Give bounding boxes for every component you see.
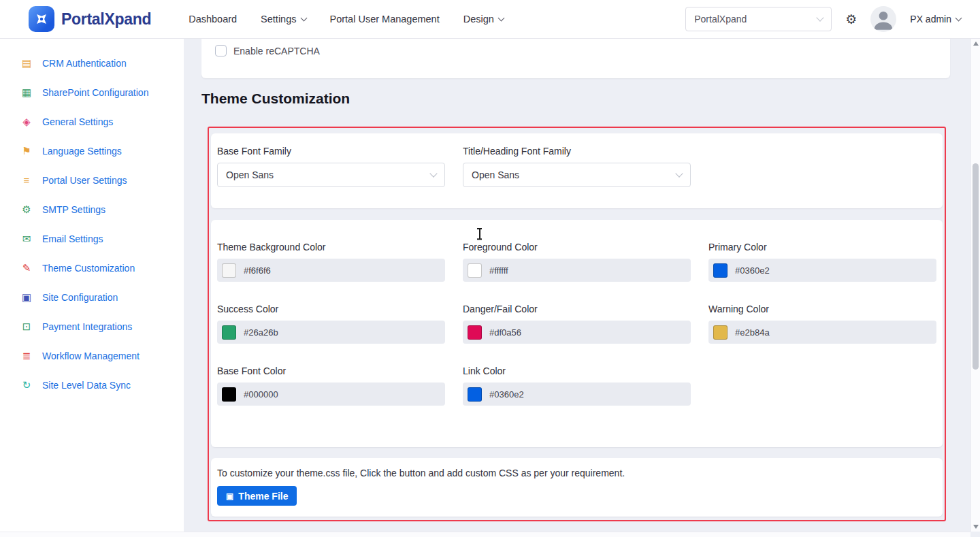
theme-file-note: To customize your theme.css file, Click … — [217, 468, 936, 478]
color-hex-value: #000000 — [244, 389, 278, 400]
primary-color-field: Primary Color #0360e2 — [708, 242, 936, 282]
base-font-family-value: Open Sans — [226, 169, 274, 180]
vertical-scrollbar[interactable] — [970, 39, 980, 532]
sidebar-item-workflow-management[interactable]: ≣ Workflow Management — [0, 341, 184, 370]
base-font-color-field: Base Font Color #000000 — [217, 365, 445, 406]
base-font-family-label: Base Font Family — [217, 146, 445, 157]
brand[interactable]: PortalXpand — [29, 6, 151, 32]
crm-authentication-icon: ▤ — [20, 58, 33, 68]
user-name: PX admin — [910, 14, 951, 25]
base-font-color-input[interactable]: #000000 — [217, 383, 445, 406]
portal-select-value: PortalXpand — [694, 14, 747, 25]
theme-background-color-input[interactable]: #f6f6f6 — [217, 259, 445, 282]
avatar[interactable] — [870, 6, 896, 32]
nav-portal-user-management-label: Portal User Management — [330, 14, 440, 25]
portal-select[interactable]: PortalXpand — [685, 7, 832, 31]
danger-fail-color-field: Danger/Fail Color #df0a56 — [463, 304, 691, 344]
base-font-family-select[interactable]: Open Sans — [217, 163, 445, 187]
vertical-scrollbar-thumb[interactable] — [973, 163, 979, 370]
link-color-field: Link Color #0360e2 — [463, 365, 691, 406]
brand-name: PortalXpand — [61, 10, 151, 29]
site-level-data-sync-icon: ↻ — [20, 380, 33, 390]
color-hex-value: #26a26b — [244, 327, 278, 338]
theme-file-icon: ▣ — [226, 492, 233, 500]
sidebar-item-label: Workflow Management — [42, 351, 140, 361]
sidebar-item-payment-integrations[interactable]: ⊡ Payment Integrations — [0, 312, 184, 341]
workflow-management-icon: ≣ — [20, 351, 33, 361]
sidebar-item-label: General Settings — [42, 116, 113, 127]
recaptcha-card: Enable reCAPTCHA — [201, 39, 950, 78]
sidebar-item-email-settings[interactable]: ✉ Email Settings — [0, 224, 184, 253]
sidebar-item-portal-user-settings[interactable]: ≡ Portal User Settings — [0, 165, 184, 195]
sidebar: ▤ CRM Authentication ▦ SharePoint Config… — [0, 39, 184, 532]
sidebar-item-site-level-data-sync[interactable]: ↻ Site Level Data Sync — [0, 370, 184, 400]
warning-color-input[interactable]: #e2b84a — [708, 321, 936, 344]
primary-color-input[interactable]: #0360e2 — [708, 259, 936, 282]
enable-recaptcha-label: Enable reCAPTCHA — [233, 46, 320, 56]
title-font-family-label: Title/Heading Font Family — [463, 146, 691, 157]
enable-recaptcha-checkbox[interactable] — [215, 45, 227, 56]
sidebar-item-label: Site Configuration — [42, 292, 118, 303]
nav-dashboard[interactable]: Dashboard — [189, 14, 237, 25]
site-configuration-icon: ▣ — [20, 292, 33, 302]
color-hex-value: #ffffff — [489, 265, 508, 276]
nav-design[interactable]: Design — [463, 14, 504, 25]
sidebar-item-site-configuration[interactable]: ▣ Site Configuration — [0, 282, 184, 312]
title-font-family-select[interactable]: Open Sans — [463, 163, 691, 187]
gear-icon[interactable]: ⚙ — [845, 13, 857, 26]
title-font-family-value: Open Sans — [472, 169, 519, 180]
main-content: Enable reCAPTCHA Theme Customization Bas… — [184, 39, 970, 532]
danger-fail-color-label: Danger/Fail Color — [463, 304, 691, 314]
warning-color-field: Warning Color #e2b84a — [708, 304, 936, 344]
chevron-down-icon — [817, 14, 824, 21]
color-swatch[interactable] — [468, 387, 482, 402]
foreground-color-field: Foreground Color #ffffff — [463, 242, 691, 282]
chevron-down-icon — [956, 14, 962, 21]
user-menu[interactable]: PX admin — [910, 14, 961, 25]
horizontal-scrollbar[interactable] — [0, 532, 970, 537]
color-swatch[interactable] — [713, 263, 728, 278]
color-swatch[interactable] — [222, 325, 236, 340]
top-navigation: Dashboard Settings Portal User Managemen… — [189, 14, 504, 25]
theme-file-card: To customize your theme.css file, Click … — [211, 458, 943, 517]
theme-file-button[interactable]: ▣ Theme File — [217, 486, 297, 506]
page-title: Theme Customization — [201, 91, 350, 107]
scroll-down-arrow-icon[interactable] — [973, 525, 979, 529]
color-swatch[interactable] — [713, 325, 728, 340]
sidebar-item-general-settings[interactable]: ◈ General Settings — [0, 107, 184, 136]
sidebar-item-label: Language Settings — [42, 146, 122, 157]
color-swatch[interactable] — [222, 263, 236, 278]
sidebar-item-crm-authentication[interactable]: ▤ CRM Authentication — [0, 48, 184, 78]
title-font-family-field: Title/Heading Font Family Open Sans — [463, 146, 691, 187]
smtp-settings-icon: ⚙ — [20, 204, 33, 214]
sidebar-item-label: Theme Customization — [42, 263, 135, 274]
nav-portal-user-management[interactable]: Portal User Management — [330, 14, 440, 25]
success-color-input[interactable]: #26a26b — [217, 321, 445, 344]
sidebar-item-theme-customization[interactable]: ✎ Theme Customization — [0, 253, 184, 282]
sharepoint-configuration-icon: ▦ — [20, 87, 33, 97]
color-swatch[interactable] — [222, 387, 236, 402]
scroll-up-arrow-icon[interactable] — [973, 42, 979, 46]
nav-design-label: Design — [463, 14, 494, 25]
email-settings-icon: ✉ — [20, 233, 33, 244]
sidebar-item-label: SharePoint Configuration — [42, 87, 148, 98]
portalxpand-logo-icon — [29, 6, 54, 32]
language-settings-icon: ⚑ — [20, 146, 33, 156]
highlight-outline: Base Font Family Open Sans Title/Heading… — [208, 127, 946, 521]
sidebar-item-label: SMTP Settings — [42, 204, 105, 215]
theme-background-color-label: Theme Background Color — [217, 242, 445, 253]
theme-file-button-label: Theme File — [238, 491, 288, 502]
color-swatch[interactable] — [468, 325, 482, 340]
nav-settings[interactable]: Settings — [261, 14, 306, 25]
foreground-color-input[interactable]: #ffffff — [463, 259, 691, 282]
foreground-color-label: Foreground Color — [463, 242, 691, 253]
color-hex-value: #df0a56 — [489, 327, 521, 338]
sidebar-item-smtp-settings[interactable]: ⚙ SMTP Settings — [0, 195, 184, 224]
danger-fail-color-input[interactable]: #df0a56 — [463, 321, 691, 344]
sidebar-item-sharepoint-configuration[interactable]: ▦ SharePoint Configuration — [0, 78, 184, 107]
color-swatch[interactable] — [468, 263, 482, 278]
sidebar-item-language-settings[interactable]: ⚑ Language Settings — [0, 136, 184, 165]
portal-user-settings-icon: ≡ — [20, 175, 33, 185]
primary-color-label: Primary Color — [708, 242, 936, 253]
link-color-input[interactable]: #0360e2 — [463, 383, 691, 406]
